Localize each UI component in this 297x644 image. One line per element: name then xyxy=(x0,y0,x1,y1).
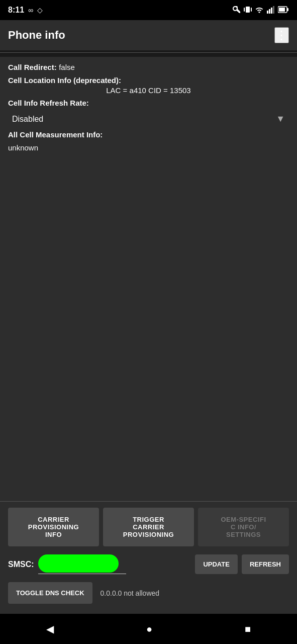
cell-location-row: Cell Location Info (deprecated): LAC = a… xyxy=(8,76,289,95)
diamond-icon: ◇ xyxy=(37,6,43,14)
carrier-provisioning-info-label: CARRIERPROVISIONINGINFO xyxy=(28,516,79,538)
home-button[interactable]: ● xyxy=(134,619,164,639)
svg-rect-8 xyxy=(279,8,285,12)
top-divider xyxy=(0,52,297,53)
refresh-rate-dropdown-row[interactable]: Disabled ▼ xyxy=(8,112,289,126)
carrier-provisioning-info-button[interactable]: CARRIERPROVISIONINGINFO xyxy=(8,508,99,546)
status-time: 8:11 xyxy=(8,6,24,15)
smsc-update-button[interactable]: UPDATE xyxy=(195,554,237,574)
dns-row: TOGGLE DNS CHECK 0.0.0.0 not allowed xyxy=(8,582,289,604)
svg-rect-5 xyxy=(271,8,272,14)
status-bar: 8:11 ∞ ◇ xyxy=(0,0,297,20)
call-redirect-label: Call Redirect: xyxy=(8,63,57,71)
svg-rect-0 xyxy=(246,7,250,13)
recent-apps-button[interactable]: ■ xyxy=(233,619,263,639)
buttons-section: CARRIERPROVISIONINGINFO TRIGGERCARRIERPR… xyxy=(0,501,297,614)
app-bar: Phone info ⋮ xyxy=(0,20,297,50)
oem-specific-info-button[interactable]: OEM-SPECIFIC INFO/SETTINGS xyxy=(198,508,289,546)
svg-rect-4 xyxy=(269,9,270,14)
oem-specific-info-label: OEM-SPECIFIC INFO/SETTINGS xyxy=(221,516,266,538)
status-bar-left: 8:11 ∞ ◇ xyxy=(8,6,43,15)
trigger-carrier-provisioning-label: TRIGGERCARRIERPROVISIONING xyxy=(123,516,174,538)
provisioning-buttons-row: CARRIERPROVISIONINGINFO TRIGGERCARRIERPR… xyxy=(8,508,289,546)
dns-status-text: 0.0.0.0 not allowed xyxy=(101,589,160,597)
toggle-dns-check-button[interactable]: TOGGLE DNS CHECK xyxy=(8,582,92,604)
svg-rect-2 xyxy=(251,8,252,12)
nav-bar: ◀ ● ■ xyxy=(0,614,297,644)
key-icon xyxy=(232,6,241,15)
refresh-rate-row: Cell Info Refresh Rate: xyxy=(8,99,289,108)
vibrate-icon xyxy=(244,6,252,15)
smsc-input-wrapper xyxy=(38,554,191,574)
call-redirect-row: Call Redirect: false xyxy=(8,63,289,72)
svg-rect-1 xyxy=(244,8,245,12)
smsc-label: SMSC: xyxy=(8,560,34,569)
dropdown-arrow-icon[interactable]: ▼ xyxy=(276,114,285,124)
smsc-redacted-value xyxy=(38,554,119,573)
cell-measurement-row: All Cell Measurement Info: xyxy=(8,130,289,139)
smsc-underline xyxy=(38,574,126,574)
svg-rect-9 xyxy=(287,8,288,11)
cell-measurement-label: All Cell Measurement Info: xyxy=(8,130,103,139)
cell-location-value: LAC = a410 CID = 13503 xyxy=(8,86,289,95)
page-title: Phone info xyxy=(8,29,65,42)
infinity-icon: ∞ xyxy=(28,6,33,14)
smsc-row: SMSC: UPDATE REFRESH xyxy=(8,554,289,574)
back-button[interactable]: ◀ xyxy=(34,619,66,639)
refresh-rate-label: Cell Info Refresh Rate: xyxy=(8,99,89,107)
cell-location-label: Cell Location Info (deprecated): xyxy=(8,76,121,85)
overflow-menu-button[interactable]: ⋮ xyxy=(274,27,289,43)
trigger-carrier-provisioning-button[interactable]: TRIGGERCARRIERPROVISIONING xyxy=(103,508,194,546)
wifi-icon xyxy=(255,6,264,15)
content-area: Call Redirect: false Cell Location Info … xyxy=(0,57,297,501)
cell-measurement-value: unknown xyxy=(8,143,38,152)
status-bar-right xyxy=(232,6,289,15)
cell-measurement-value-row: unknown xyxy=(8,143,289,152)
call-redirect-value-text: false xyxy=(59,63,75,71)
refresh-rate-value: Disabled xyxy=(12,115,43,124)
smsc-refresh-button[interactable]: REFRESH xyxy=(242,554,289,574)
battery-icon xyxy=(278,6,289,15)
svg-rect-6 xyxy=(273,6,274,14)
svg-rect-3 xyxy=(267,11,268,14)
signal-icon xyxy=(267,6,275,15)
